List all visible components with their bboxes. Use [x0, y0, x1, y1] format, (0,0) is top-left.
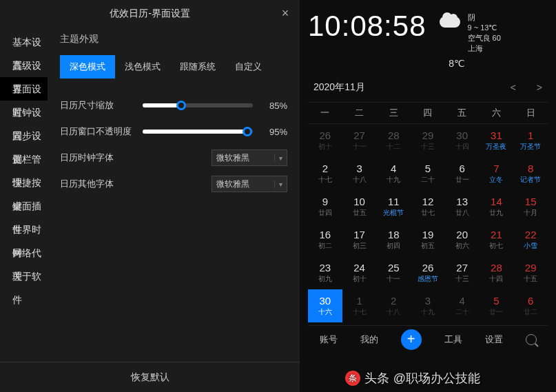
sidebar-item-4[interactable]: 同步设置: [0, 124, 48, 147]
sidebar: 基本设置高级设置界面设置时钟设置同步设置侧栏管理快捷按键桌面插件世界时钟网络代理…: [0, 28, 48, 362]
weekday-header: 二: [342, 107, 377, 119]
chevron-down-icon: ▾: [274, 154, 282, 162]
weekday-header: 五: [445, 107, 480, 119]
calendar-day[interactable]: 10廿五: [342, 190, 377, 223]
calendar-day[interactable]: 25十一: [376, 256, 411, 289]
clock-time: 10:08:58: [308, 10, 426, 43]
add-button[interactable]: +: [401, 329, 422, 350]
sidebar-item-10[interactable]: 关于软件: [0, 265, 48, 288]
chevron-down-icon: ▾: [274, 180, 282, 188]
calendar-day[interactable]: 17初三: [342, 223, 377, 256]
clock-font-label: 日历时钟字体: [60, 152, 143, 164]
clock-font-select[interactable]: 微软雅黑 ▾: [212, 149, 287, 166]
calendar-day[interactable]: 28十四: [480, 256, 514, 289]
toolbar-tools[interactable]: 工具: [444, 333, 462, 346]
calendar-day[interactable]: 22小雪: [513, 223, 548, 256]
calendar-day[interactable]: 28十二: [376, 124, 411, 157]
scale-label: 日历尺寸缩放: [60, 99, 143, 112]
calendar-day[interactable]: 31万圣夜: [480, 124, 514, 157]
sidebar-item-7[interactable]: 桌面插件: [0, 194, 48, 218]
calendar-day[interactable]: 21初七: [480, 223, 514, 256]
toolbar-mine[interactable]: 我的: [360, 333, 378, 346]
theme-tabs: 深色模式浅色模式跟随系统自定义: [60, 55, 287, 79]
calendar-day[interactable]: 5廿一: [480, 289, 514, 322]
calendar-day[interactable]: 18初四: [376, 223, 411, 256]
weekday-header: 三: [376, 107, 411, 119]
calendar-day[interactable]: 7立冬: [480, 157, 514, 190]
calendar-day[interactable]: 12廿七: [411, 190, 445, 223]
calendar-day[interactable]: 9廿四: [308, 190, 342, 223]
weekday-header: 一: [308, 107, 342, 119]
weather-icon: [437, 12, 462, 29]
opacity-label: 日历窗口不透明度: [60, 125, 143, 138]
calendar-day[interactable]: 24初十: [342, 256, 377, 289]
calendar-day[interactable]: 30十六: [308, 289, 342, 322]
window-title: 优效日历-界面设置: [110, 8, 190, 20]
weekday-header: 六: [480, 107, 514, 119]
opacity-value: 95%: [260, 127, 287, 137]
calendar-day[interactable]: 6廿二: [513, 289, 548, 322]
sidebar-item-0[interactable]: 基本设置: [0, 30, 48, 54]
calendar-day[interactable]: 1十七: [342, 289, 377, 322]
sidebar-item-1[interactable]: 高级设置: [0, 54, 48, 77]
search-icon[interactable]: [526, 334, 537, 345]
other-font-label: 日历其他字体: [60, 178, 143, 190]
calendar-day[interactable]: 2十七: [308, 157, 342, 190]
calendar-day[interactable]: 6廿一: [445, 157, 480, 190]
calendar-day[interactable]: 13廿八: [445, 190, 480, 223]
toolbar-settings[interactable]: 设置: [485, 333, 503, 346]
calendar-day[interactable]: 11光棍节: [376, 190, 411, 223]
current-temp: 8℃: [308, 58, 548, 69]
calendar-day[interactable]: 14廿九: [480, 190, 514, 223]
scale-slider[interactable]: [143, 103, 253, 107]
scale-value: 85%: [260, 101, 287, 111]
other-font-select[interactable]: 微软雅黑 ▾: [212, 176, 287, 192]
sidebar-item-2[interactable]: 界面设置: [0, 77, 48, 101]
calendar-day[interactable]: 29十三: [411, 124, 445, 157]
sidebar-item-6[interactable]: 快捷按键: [0, 171, 48, 194]
sidebar-item-8[interactable]: 世界时钟: [0, 218, 48, 241]
month-label: 2020年11月: [313, 81, 365, 94]
calendar-day[interactable]: 27十一: [342, 124, 377, 157]
theme-option-3[interactable]: 自定义: [225, 55, 271, 79]
calendar-day[interactable]: 23初九: [308, 256, 342, 289]
calendar-day[interactable]: 4二十: [445, 289, 480, 322]
sidebar-item-3[interactable]: 时钟设置: [0, 101, 48, 124]
section-title: 主题外观: [60, 33, 287, 45]
calendar-day[interactable]: 8记者节: [513, 157, 548, 190]
calendar-day[interactable]: 27十三: [445, 256, 480, 289]
calendar-day[interactable]: 15十月: [513, 190, 548, 223]
calendar-day[interactable]: 4十九: [376, 157, 411, 190]
opacity-slider[interactable]: [143, 130, 253, 134]
calendar-day[interactable]: 29十五: [513, 256, 548, 289]
calendar-day[interactable]: 19初五: [411, 223, 445, 256]
calendar-day[interactable]: 26初十: [308, 124, 342, 157]
toolbar-account[interactable]: 账号: [320, 333, 338, 346]
calendar-day[interactable]: 20初六: [445, 223, 480, 256]
theme-option-2[interactable]: 跟随系统: [170, 55, 225, 79]
calendar-day[interactable]: 26感恩节: [411, 256, 445, 289]
next-month-button[interactable]: >: [537, 82, 542, 93]
calendar-day[interactable]: 5二十: [411, 157, 445, 190]
calendar-day[interactable]: 1万圣节: [513, 124, 548, 157]
calendar-day[interactable]: 16初二: [308, 223, 342, 256]
sidebar-item-5[interactable]: 侧栏管理: [0, 147, 48, 171]
weekday-header: 四: [411, 107, 445, 119]
theme-option-1[interactable]: 浅色模式: [115, 55, 170, 79]
weekday-header: 日: [513, 107, 548, 119]
calendar-day[interactable]: 2十八: [376, 289, 411, 322]
calendar-day[interactable]: 3十九: [411, 289, 445, 322]
close-icon[interactable]: ×: [279, 7, 291, 19]
calendar-day[interactable]: 30十四: [445, 124, 480, 157]
calendar-day[interactable]: 3十八: [342, 157, 377, 190]
theme-option-0[interactable]: 深色模式: [60, 55, 115, 79]
weather-info: 阴 9 ~ 13℃ 空气良 60 上海: [468, 12, 501, 54]
prev-month-button[interactable]: <: [511, 82, 516, 93]
sidebar-item-9[interactable]: 网络代理: [0, 241, 48, 265]
restore-defaults-button[interactable]: 恢复默认: [0, 362, 300, 392]
